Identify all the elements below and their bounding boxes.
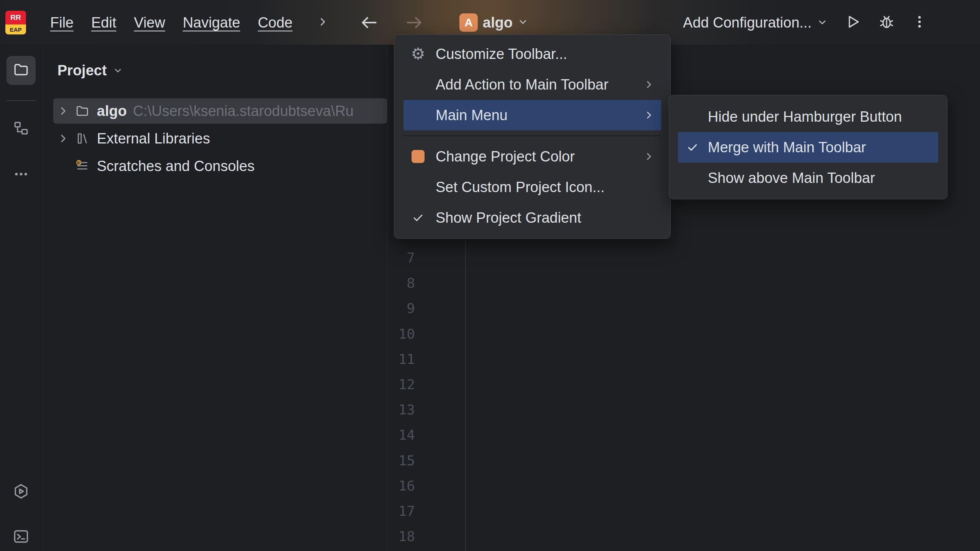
tree-row-external-libraries[interactable]: External Libraries [53, 126, 387, 151]
more-tool-windows-button[interactable] [7, 160, 36, 189]
submenu-item-merge-with-main-toolbar[interactable]: Merge with Main Toolbar [678, 132, 938, 163]
menubar-item-navigate[interactable]: Navigate [174, 15, 249, 31]
line-number: 18 [387, 524, 415, 549]
stripe-divider [6, 100, 36, 101]
checkmark-icon [685, 141, 700, 153]
project-view-selector[interactable]: Project [57, 58, 123, 83]
navigate-back-button[interactable] [359, 15, 378, 32]
menu-item-label: Set Custom Project Icon... [436, 179, 654, 196]
app-logo: RR EAP [5, 11, 26, 34]
project-root-path: C:\Users\ksenia.starodubtseva\Ru [133, 103, 354, 119]
run-button[interactable] [844, 13, 861, 32]
forward-arrow-icon [405, 25, 424, 32]
ellipsis-icon [13, 166, 29, 184]
tree-node-label: External Libraries [97, 130, 210, 147]
run-configuration-selector[interactable]: Add Configuration... [683, 15, 828, 31]
editor-line-number-gutter: 7 8 9 10 11 12 13 14 15 16 17 18 [387, 245, 415, 549]
chevron-right-icon [317, 16, 328, 29]
line-number: 10 [387, 321, 415, 347]
menu-item-customize-toolbar[interactable]: ⚙ Customize Toolbar... [403, 39, 661, 69]
gear-icon: ⚙ [411, 46, 425, 62]
menu-item-main-menu[interactable]: Main Menu [403, 100, 661, 130]
line-number: 13 [387, 397, 415, 422]
menubar-item-file[interactable]: File [41, 15, 82, 31]
app-logo-eap-badge: EAP [5, 24, 26, 34]
tool-window-stripe [0, 46, 42, 551]
project-tool-window-button[interactable] [7, 56, 36, 85]
chevron-down-icon [113, 62, 123, 79]
tree-row-project-root[interactable]: algo C:\Users\ksenia.starodubtseva\Ru [53, 98, 387, 124]
project-view-title: Project [57, 62, 107, 79]
debug-button[interactable] [878, 13, 895, 32]
tree-node-label: Scratches and Consoles [97, 158, 255, 174]
run-configuration-label: Add Configuration... [683, 15, 812, 31]
more-actions-button[interactable] [912, 14, 927, 31]
menu-item-label: Merge with Main Toolbar [708, 139, 931, 156]
back-arrow-icon [359, 25, 378, 32]
folder-icon [75, 104, 90, 118]
menu-separator [403, 135, 661, 136]
navigate-forward-button[interactable] [405, 15, 424, 32]
menu-item-add-action-to-main-toolbar[interactable]: Add Action to Main Toolbar [403, 69, 661, 100]
submenu-arrow-icon [644, 151, 654, 162]
toolbar-context-menu: ⚙ Customize Toolbar... Add Action to Mai… [394, 34, 671, 239]
structure-tool-window-button[interactable] [7, 114, 36, 143]
chevron-down-icon [518, 16, 528, 29]
terminal-icon [13, 528, 29, 546]
menubar-item-edit[interactable]: Edit [82, 15, 125, 31]
checkmark-icon [410, 212, 426, 224]
scratches-icon [75, 159, 90, 173]
menu-item-label: Main Menu [436, 107, 636, 124]
submenu-arrow-icon [644, 79, 654, 90]
menu-item-label: Change Project Color [436, 148, 636, 165]
tree-row-scratches[interactable]: Scratches and Consoles [53, 153, 387, 179]
menu-item-label: Show above Main Toolbar [708, 170, 931, 186]
menu-item-label: Add Action to Main Toolbar [436, 77, 636, 93]
menu-item-change-project-color[interactable]: Change Project Color [403, 141, 661, 172]
line-number: 9 [387, 296, 415, 321]
services-tool-window-button[interactable] [7, 478, 36, 507]
project-tool-window: Project algo C:\Users\ksenia.starodubtse… [43, 46, 387, 551]
main-menu-submenu: Hide under Hamburger Button Merge with M… [669, 95, 947, 199]
toolbar-right-actions: Add Configuration... [683, 0, 927, 45]
library-icon [75, 132, 90, 145]
menubar-item-view[interactable]: View [125, 15, 174, 31]
project-avatar: A [459, 13, 478, 32]
more-menu-items-button[interactable] [317, 0, 328, 45]
terminal-tool-window-button[interactable] [7, 523, 36, 551]
line-number: 15 [387, 448, 415, 473]
menu-item-label: Hide under Hamburger Button [708, 109, 931, 125]
menu-item-label: Show Project Gradient [436, 210, 654, 226]
menu-item-show-project-gradient[interactable]: Show Project Gradient [403, 202, 661, 233]
menubar-item-code[interactable]: Code [249, 15, 301, 31]
line-number: 17 [387, 499, 415, 524]
ide-window: RR EAP File Edit View Navigate Code [0, 0, 980, 551]
services-hexagon-play-icon [13, 483, 29, 501]
menu-item-set-custom-project-icon[interactable]: Set Custom Project Icon... [403, 172, 661, 202]
submenu-arrow-icon [644, 110, 654, 121]
chevron-down-icon [817, 15, 828, 31]
project-name: algo [483, 15, 513, 31]
folder-icon [13, 62, 29, 79]
expand-chevron-icon[interactable] [56, 105, 70, 117]
line-number: 12 [387, 372, 415, 397]
submenu-item-show-above-main-toolbar[interactable]: Show above Main Toolbar [678, 163, 938, 193]
main-menubar: File Edit View Navigate Code [41, 0, 301, 45]
line-number: 11 [387, 347, 415, 372]
expand-chevron-icon[interactable] [56, 133, 70, 144]
submenu-item-hide-under-hamburger[interactable]: Hide under Hamburger Button [678, 101, 938, 132]
line-number: 8 [387, 271, 415, 296]
project-color-swatch-icon [412, 150, 425, 163]
project-root-name: algo [97, 103, 127, 119]
line-number: 14 [387, 422, 415, 448]
app-logo-text: RR [5, 11, 26, 24]
line-number: 16 [387, 473, 415, 499]
menu-item-label: Customize Toolbar... [436, 46, 654, 62]
structure-icon [13, 120, 29, 138]
line-number: 7 [387, 245, 415, 271]
